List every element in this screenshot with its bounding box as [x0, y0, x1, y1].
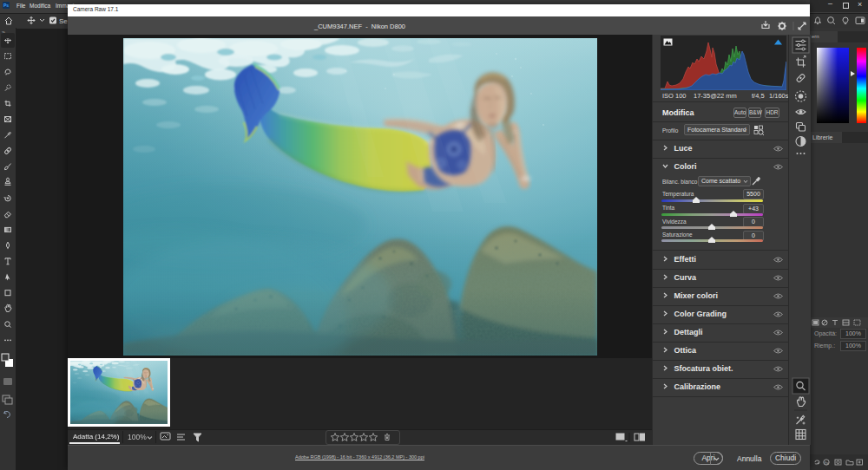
svg-text:fx: fx [825, 460, 829, 466]
svg-text:Se: Se [59, 17, 68, 25]
